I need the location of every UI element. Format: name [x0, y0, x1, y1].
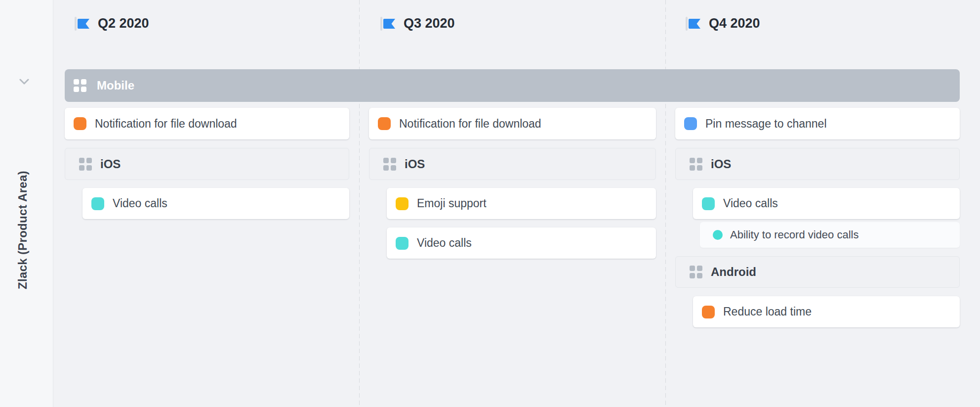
subgroup-row-android[interactable]: Android: [675, 256, 960, 288]
subgroup-label: iOS: [711, 157, 731, 171]
subgroup-label: iOS: [405, 157, 425, 171]
flag-icon: [383, 19, 395, 29]
feature-color-swatch: [396, 237, 408, 250]
row-header-sidebar: Zlack (Product Area): [0, 0, 53, 407]
quarter-label: Q2 2020: [98, 16, 149, 31]
feature-title: Emoji support: [417, 197, 487, 210]
feature-color-swatch: [684, 117, 697, 130]
subgroup-label: Android: [711, 265, 756, 279]
grid-icon: [690, 158, 702, 171]
feature-title: Video calls: [113, 197, 167, 210]
feature-color-swatch: [702, 306, 715, 318]
feature-card-video-calls[interactable]: Video calls: [693, 188, 960, 219]
flag-pole: [75, 17, 77, 31]
grid-icon: [383, 158, 396, 171]
grid-icon: [690, 266, 702, 278]
feature-title: Reduce load time: [723, 305, 812, 318]
feature-color-swatch: [378, 117, 391, 130]
feature-title: Pin message to channel: [705, 117, 827, 131]
group-row-mobile[interactable]: Mobile: [65, 69, 960, 102]
feature-title: Notification for file download: [95, 117, 237, 131]
feature-title: Video calls: [417, 236, 472, 250]
feature-color-swatch: [74, 117, 86, 130]
feature-card-emoji-support[interactable]: Emoji support: [387, 188, 656, 219]
quarter-divider: [665, 0, 666, 407]
row-label: Zlack (Product Area): [16, 171, 30, 289]
flag-pole: [686, 17, 688, 31]
feature-title: Notification for file download: [399, 117, 541, 131]
feature-card-video-calls[interactable]: Video calls: [82, 188, 349, 219]
subfeature-card-ability-to-record-video-calls[interactable]: Ability to record video calls: [700, 222, 960, 248]
grid-icon: [74, 79, 86, 92]
feature-card-reduce-load-time[interactable]: Reduce load time: [693, 296, 960, 327]
subgroup-row-ios[interactable]: iOS: [65, 148, 349, 180]
feature-title: Video calls: [723, 197, 778, 210]
flag-icon: [78, 19, 89, 29]
quarter-header-q2-2020: Q2 2020: [75, 16, 149, 31]
roadmap-canvas: Q2 2020 Q3 2020 Q4 2020 Mobile Notificat…: [0, 0, 980, 407]
feature-color-swatch: [702, 197, 715, 210]
feature-card-video-calls[interactable]: Video calls: [387, 227, 656, 259]
subfeature-color-dot: [713, 230, 723, 240]
quarter-header-q4-2020: Q4 2020: [686, 16, 760, 31]
flag-icon: [689, 19, 700, 29]
quarter-label: Q4 2020: [709, 16, 760, 31]
grid-icon: [79, 158, 92, 171]
subgroup-row-ios[interactable]: iOS: [675, 148, 960, 180]
subgroup-row-ios[interactable]: iOS: [369, 148, 656, 180]
quarter-divider: [359, 0, 360, 407]
feature-card-notification-for-file-download[interactable]: Notification for file download: [65, 108, 349, 139]
chevron-down-icon[interactable]: [19, 78, 29, 85]
quarter-label: Q3 2020: [404, 16, 455, 31]
quarter-header-q3-2020: Q3 2020: [380, 16, 455, 31]
flag-pole: [380, 17, 382, 31]
feature-card-notification-for-file-download[interactable]: Notification for file download: [369, 108, 656, 139]
group-label: Mobile: [97, 79, 134, 92]
feature-card-pin-message-to-channel[interactable]: Pin message to channel: [675, 108, 960, 139]
subfeature-title: Ability to record video calls: [730, 228, 858, 241]
feature-color-swatch: [91, 197, 104, 210]
subgroup-label: iOS: [100, 157, 121, 171]
feature-color-swatch: [396, 197, 408, 210]
